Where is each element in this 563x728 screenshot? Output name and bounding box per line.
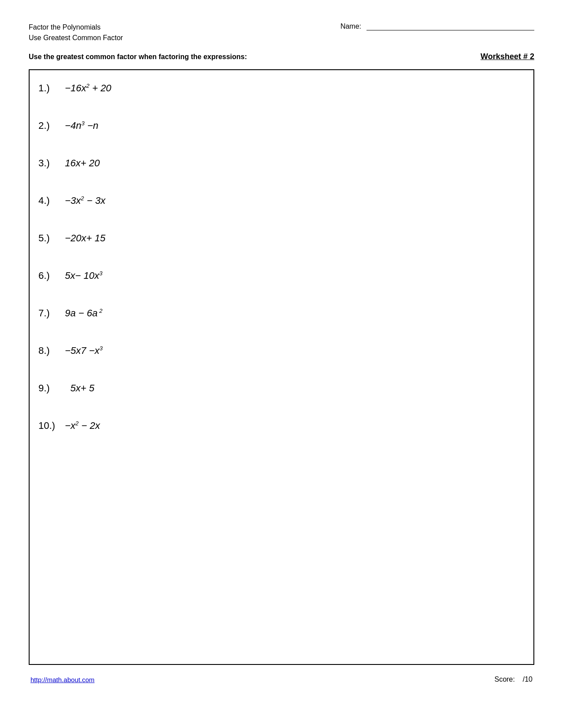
problem-expr-8: −5x7 −x3 <box>65 345 103 356</box>
problem-9: 9.) 5x+ 5 <box>38 375 525 412</box>
footer-score: Score: /10 <box>495 675 533 683</box>
problem-3: 3.) 16x+ 20 <box>38 150 525 187</box>
header-right: Name: <box>340 22 534 30</box>
problem-number-8: 8.) <box>38 345 65 356</box>
header-left: Factor the Polynomials Use Greatest Comm… <box>29 22 123 43</box>
problem-number-7: 7.) <box>38 308 65 319</box>
instruction-text: Use the greatest common factor when fact… <box>29 53 247 61</box>
instruction-row: Use the greatest common factor when fact… <box>29 52 534 61</box>
name-label: Name: <box>340 23 361 30</box>
problem-6: 6.) 5x− 10x3 <box>38 262 525 300</box>
footer-link[interactable]: http://math.about.com <box>30 676 94 683</box>
problem-expr-1: −16x2 + 20 <box>65 83 111 94</box>
problem-expr-7: 9a − 6a 2 <box>65 308 102 319</box>
problems-box: 1.) −16x2 + 20 2.) −4n3 −n 3.) 16x+ 20 4… <box>29 69 534 665</box>
problem-number-6: 6.) <box>38 270 65 281</box>
problem-number-5: 5.) <box>38 233 65 244</box>
problem-expr-4: −3x2 − 3x <box>65 195 106 206</box>
problem-number-4: 4.) <box>38 195 65 206</box>
problem-7: 7.) 9a − 6a 2 <box>38 300 525 337</box>
problem-5: 5.) −20x+ 15 <box>38 225 525 262</box>
problem-expr-2: −4n3 −n <box>65 120 98 131</box>
score-label: Score: <box>495 675 515 683</box>
problem-number-2: 2.) <box>38 120 65 131</box>
header-line1: Factor the Polynomials <box>29 22 123 33</box>
problem-number-9: 9.) <box>38 383 65 394</box>
problem-2: 2.) −4n3 −n <box>38 112 525 150</box>
problem-expr-5: −20x+ 15 <box>65 233 106 244</box>
name-line <box>367 22 534 30</box>
header-line2: Use Greatest Common Factor <box>29 33 123 43</box>
problem-expr-9: 5x+ 5 <box>65 383 94 394</box>
problem-1: 1.) −16x2 + 20 <box>38 75 525 112</box>
worksheet-title: Worksheet # 2 <box>480 52 534 61</box>
problem-number-10: 10.) <box>38 420 65 432</box>
problem-number-3: 3.) <box>38 158 65 169</box>
problem-number-1: 1.) <box>38 83 65 94</box>
problem-expr-3: 16x+ 20 <box>65 158 100 169</box>
problem-4: 4.) −3x2 − 3x <box>38 187 525 225</box>
problem-expr-10: −x2 − 2x <box>65 420 100 432</box>
score-value: /10 <box>523 675 533 683</box>
problem-8: 8.) −5x7 −x3 <box>38 337 525 375</box>
footer: http://math.about.com Score: /10 <box>29 675 534 683</box>
problem-10: 10.) −x2 − 2x <box>38 412 525 450</box>
problem-expr-6: 5x− 10x3 <box>65 270 102 281</box>
